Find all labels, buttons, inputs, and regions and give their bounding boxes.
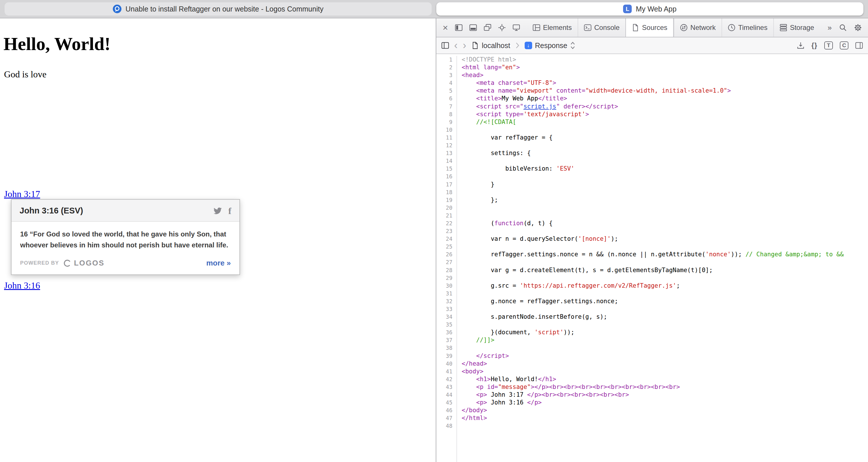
line-number[interactable]: 7 <box>436 103 453 110</box>
line-number[interactable]: 36 <box>436 329 453 336</box>
code-line[interactable] <box>462 274 868 282</box>
browser-tab-my-web-app[interactable]: L My Web App <box>436 2 863 15</box>
code-line[interactable]: <p> John 3:16 </p> <box>462 399 868 406</box>
code-line[interactable]: //<![CDATA[ <box>462 118 868 126</box>
code-line[interactable]: <meta name="viewport" content="width=dev… <box>462 87 868 95</box>
verse-link-john-3-17[interactable]: John 3:17 <box>4 189 40 199</box>
code-line[interactable]: //]]> <box>462 336 868 344</box>
line-number[interactable]: 15 <box>436 165 453 173</box>
verse-link-john-3-16[interactable]: John 3:16 <box>4 280 40 291</box>
code-line[interactable]: <script type='text/javascript'> <box>462 110 868 118</box>
line-number[interactable]: 6 <box>436 95 453 102</box>
code-editor[interactable]: <!DOCTYPE html><html lang="en"><head> <m… <box>457 56 868 462</box>
code-line[interactable] <box>462 141 868 149</box>
dock-side-icon[interactable] <box>455 24 463 31</box>
code-line[interactable]: <title>My Web App</title> <box>462 95 868 102</box>
code-line[interactable]: <p> John 3:17 </p><br><br><br><br><br><b… <box>462 391 868 399</box>
close-inspector-button[interactable]: × <box>443 23 448 32</box>
code-line[interactable] <box>462 344 868 352</box>
code-line[interactable] <box>462 243 868 251</box>
line-number[interactable]: 29 <box>436 274 453 282</box>
code-line[interactable] <box>462 173 868 180</box>
code-line[interactable]: <body> <box>462 368 868 375</box>
tab-elements[interactable]: Elements <box>527 19 578 37</box>
line-number[interactable]: 21 <box>436 212 453 220</box>
line-number[interactable]: 24 <box>436 235 453 243</box>
line-number[interactable]: 25 <box>436 243 453 251</box>
code-line[interactable] <box>462 189 868 196</box>
code-line[interactable]: }(document, 'script')); <box>462 329 868 336</box>
code-line[interactable] <box>462 305 868 313</box>
line-number[interactable]: 46 <box>436 406 453 414</box>
code-line[interactable]: <p id="message"></p><br><br><br><br><br>… <box>462 383 868 391</box>
line-number[interactable]: 4 <box>436 79 453 87</box>
tab-timelines[interactable]: Timelines <box>721 19 773 37</box>
device-icon[interactable] <box>513 24 520 31</box>
line-number[interactable]: 9 <box>436 118 453 126</box>
pretty-print-icon[interactable]: {} <box>811 41 817 50</box>
line-number[interactable]: 47 <box>436 414 453 422</box>
line-number[interactable]: 17 <box>436 180 453 189</box>
line-number[interactable]: 20 <box>436 204 453 212</box>
code-line[interactable] <box>462 227 868 235</box>
line-number[interactable]: 14 <box>436 157 453 165</box>
line-number[interactable]: 12 <box>436 141 453 149</box>
inspect-element-icon[interactable] <box>498 24 506 31</box>
browser-tab-logos-community[interactable]: Unable to install Reftagger on our websi… <box>5 2 432 15</box>
code-line[interactable]: (function(d, t) { <box>462 220 868 227</box>
code-line[interactable]: g.nonce = refTagger.settings.nonce; <box>462 297 868 305</box>
code-line[interactable]: g.src = 'https://api.reftagger.com/v2/Re… <box>462 282 868 290</box>
type-profiler-icon[interactable]: T <box>824 41 833 50</box>
line-number[interactable]: 1 <box>436 56 453 64</box>
code-line[interactable]: var refTagger = { <box>462 134 868 141</box>
line-number[interactable]: 38 <box>436 344 453 352</box>
code-line[interactable]: settings: { <box>462 149 868 157</box>
code-line[interactable]: refTagger.settings.nonce = n && (n.nonce… <box>462 251 868 258</box>
search-icon[interactable] <box>839 24 847 31</box>
code-line[interactable]: </html> <box>462 414 868 422</box>
code-line[interactable]: </script> <box>462 352 868 360</box>
dock-bottom-icon[interactable] <box>469 24 477 31</box>
line-number[interactable]: 35 <box>436 321 453 329</box>
breadcrumb-resource[interactable]: ↓ Response <box>525 41 576 50</box>
code-line[interactable]: <!DOCTYPE html> <box>462 56 868 64</box>
tab-console[interactable]: Console <box>578 19 625 37</box>
line-number[interactable]: 10 <box>436 126 453 134</box>
code-line[interactable] <box>462 157 868 165</box>
code-line[interactable]: } <box>462 180 868 189</box>
line-number[interactable]: 16 <box>436 173 453 180</box>
tab-storage[interactable]: Storage <box>773 19 820 37</box>
code-line[interactable]: s.parentNode.insertBefore(g, s); <box>462 313 868 321</box>
line-number[interactable]: 39 <box>436 352 453 360</box>
code-line[interactable] <box>462 212 868 220</box>
breadcrumb-frame[interactable]: localhost <box>471 41 510 50</box>
line-number[interactable]: 32 <box>436 297 453 305</box>
back-button[interactable]: ‹ <box>454 40 458 51</box>
line-number[interactable]: 41 <box>436 368 453 375</box>
line-number[interactable]: 5 <box>436 87 453 95</box>
line-number[interactable]: 31 <box>436 290 453 297</box>
line-number[interactable]: 23 <box>436 227 453 235</box>
code-line[interactable]: </head> <box>462 360 868 368</box>
line-number[interactable]: 22 <box>436 220 453 227</box>
code-line[interactable]: <script src="script.js" defer></script> <box>462 103 868 110</box>
code-line[interactable]: var n = d.querySelector('[nonce]'); <box>462 235 868 243</box>
settings-gear-icon[interactable] <box>854 24 862 31</box>
code-line[interactable]: var g = d.createElement(t), s = d.getEle… <box>462 266 868 274</box>
code-line[interactable] <box>462 321 868 329</box>
line-number[interactable]: 43 <box>436 383 453 391</box>
line-number[interactable]: 40 <box>436 360 453 368</box>
code-line[interactable] <box>462 126 868 134</box>
left-sidebar-toggle-icon[interactable] <box>441 42 449 49</box>
line-number[interactable]: 3 <box>436 71 453 79</box>
code-line[interactable]: }; <box>462 196 868 204</box>
forward-button[interactable]: › <box>463 40 466 51</box>
detach-window-icon[interactable] <box>484 24 491 31</box>
code-line[interactable] <box>462 290 868 297</box>
code-line[interactable]: <meta charset="UTF-8"> <box>462 79 868 87</box>
line-number[interactable]: 28 <box>436 266 453 274</box>
line-number[interactable]: 2 <box>436 64 453 71</box>
twitter-share-icon[interactable] <box>213 206 222 215</box>
code-line[interactable]: <html lang="en"> <box>462 64 868 71</box>
line-number[interactable]: 48 <box>436 422 453 430</box>
